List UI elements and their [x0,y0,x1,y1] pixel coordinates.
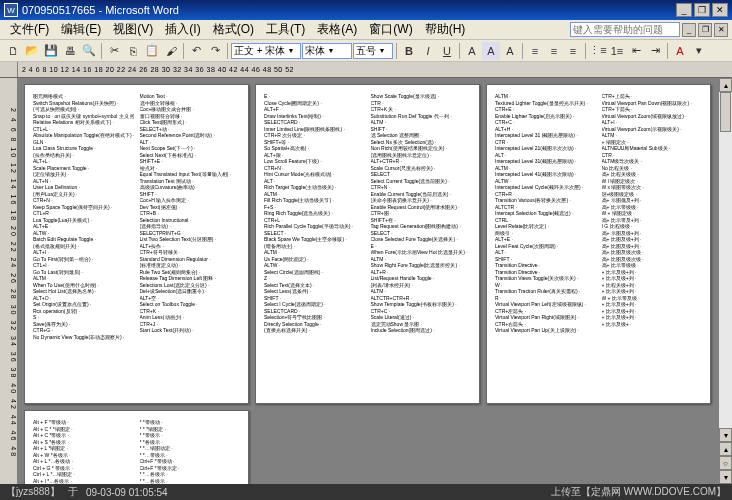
preview-icon[interactable]: 🔍 [80,42,98,60]
separator [396,43,397,59]
menu-item[interactable]: 插入(I) [159,19,206,40]
doc-line: When Fore(示比示画View Hot 比选显开关) · [371,249,472,256]
underline-icon[interactable]: U [438,42,456,60]
help-search-input[interactable] [570,22,680,37]
doc-line: Virtual Viewport Pan Left(左域级视限纵) · [495,301,596,308]
doc-close-button[interactable]: ✕ [714,23,728,37]
numbering-icon[interactable]: 1≡ [608,42,626,60]
status-time: 09-03-09 01:05:54 [86,487,168,498]
cut-icon[interactable]: ✂ [105,42,123,60]
menu-item[interactable]: 工具(T) [260,19,311,40]
scroll-up-icon[interactable]: ▴ [719,78,732,92]
browse-object-icon[interactable]: ○ [719,456,732,470]
menu-bar: 文件(F)编辑(E)视图(V)插入(I)格式(O)工具(T)表格(A)窗口(W)… [0,20,732,40]
status-upload: 上传至【定鼎网 WWW.DDOVE.COM】 [551,485,726,499]
scroll-track[interactable] [719,92,732,428]
ruler-corner [0,62,18,77]
italic-icon[interactable]: I [419,42,437,60]
doc-line: Virtual Viewport Pan Up(关上设限次) · [495,327,596,334]
separator [459,43,460,59]
doc-line: Close Selected Fore Toggle(关选择关) · [371,236,472,243]
chevron-down-icon[interactable]: ▾ [690,42,708,60]
separator [227,43,228,59]
doc-line: Rich Parallel Cycle Toggle(平循导动关) · [264,223,365,230]
scroll-thumb[interactable] [720,92,731,132]
menu-item[interactable]: 视图(V) [107,19,159,40]
menu-item[interactable]: 窗口(W) [363,19,418,40]
font-grow-icon[interactable]: A [501,42,519,60]
align-left-icon[interactable]: ≡ [526,42,544,60]
restore-button[interactable]: ❐ [694,3,710,17]
doc-restore-button[interactable]: ❐ [698,23,712,37]
title-bar: W 070950517665 - Microsoft Word _ ❐ ✕ [0,0,732,20]
page-3[interactable]: ALTM ·Textured Lighter Toggle(显显控光示开关) ·… [486,84,711,404]
vertical-scrollbar[interactable]: ▴ ▾ ▴ ○ ▾ [718,78,732,484]
page-4[interactable]: Alt + F *带级动 ·Alt + C * *缩图定 ·Alt + C *带… [24,410,249,484]
window-controls: _ ❐ ✕ [676,3,728,17]
scroll-down-icon[interactable]: ▾ [719,428,732,442]
doc-line: + 比示及级+ · [602,321,703,328]
indent-inc-icon[interactable]: ⇥ [646,42,664,60]
align-center-icon[interactable]: ≡ [545,42,563,60]
font-selector[interactable]: 宋体 [302,43,352,59]
copy-icon[interactable]: ⎘ [124,42,142,60]
minimize-button[interactable]: _ [676,3,692,17]
redo-icon[interactable]: ↷ [206,42,224,60]
highlight-a-icon[interactable]: A [482,42,500,60]
status-bar: 【jyzs888】 于 09-03-09 01:05:54 上传至【定鼎网 WW… [0,484,732,500]
ruler-horizontal[interactable]: 2 4 6 8 10 12 14 16 18 20 22 24 26 28 30… [18,62,732,77]
save-icon[interactable]: 💾 [42,42,60,60]
print-icon[interactable]: 🖶 [61,42,79,60]
doc-line: Tag Request Generation(图线图构建动) · [371,223,472,230]
workspace: 2 4 6 8 10 12 14 16 18 20 22 24 26 28 30… [0,78,732,484]
ruler-horizontal-area: 2 4 6 8 10 12 14 16 18 20 22 24 26 28 30… [0,62,732,78]
page-2[interactable]: E ·Close Cycle(圈周期定关) ·ALT+F ·Draw Inter… [255,84,480,404]
doc-line: No Dynamic View Toggle(非动态观察片) · [33,334,134,341]
status-at: 于 [68,485,78,499]
doc-minimize-button[interactable]: _ [682,23,696,37]
window-title: 070950517665 - Microsoft Word [22,4,676,16]
page-1[interactable]: 图元网络模式 ·Switch Snapshot Relations(开关快照) … [24,84,249,404]
style-selector[interactable]: 正文 + 宋体 [231,43,301,59]
menu-item[interactable]: 编辑(E) [55,19,107,40]
paste-icon[interactable]: 📋 [143,42,161,60]
size-selector[interactable]: 五号 [353,43,393,59]
doc-line: Equal Translated Input Text(等量输入相) · [140,171,241,178]
doc-line: Include Selection(图周选过) · [371,327,472,334]
doc-line: Intercepted Level Cycle(截环关示次层) · [495,184,596,191]
menu-item[interactable]: 文件(F) [4,19,55,40]
separator [667,43,668,59]
separator [183,43,184,59]
separator [101,43,102,59]
doc-line: (直接光标选择开关) · [264,327,365,334]
bold-icon[interactable]: B [400,42,418,60]
font-color-icon[interactable]: A [671,42,689,60]
prev-page-icon[interactable]: ▴ [719,442,732,456]
standard-toolbar: 🗋 📂 💾 🖶 🔍 ✂ ⎘ 📋 🖌 ↶ ↷ 正文 + 宋体 宋体 五号 B I … [0,40,732,62]
document-canvas[interactable]: 图元网络模式 ·Switch Snapshot Relations(开关快照) … [18,78,718,484]
menu-item[interactable]: 帮助(H) [419,19,472,40]
doc-line: Show Template Toggle(书板标示图关) · [371,301,472,308]
next-page-icon[interactable]: ▾ [719,470,732,484]
menu-item[interactable]: 格式(O) [207,19,260,40]
undo-icon[interactable]: ↶ [187,42,205,60]
separator [585,43,586,59]
align-right-icon[interactable]: ≡ [564,42,582,60]
doc-line: Absolute Manipulation Toggle(在绝对模式下) · [33,132,134,139]
format-painter-icon[interactable]: 🖌 [162,42,180,60]
new-doc-icon[interactable]: 🗋 [4,42,22,60]
bullets-icon[interactable]: ⋮≡ [589,42,607,60]
indent-dec-icon[interactable]: ⇤ [627,42,645,60]
menu-item[interactable]: 表格(A) [311,19,363,40]
ruler-vertical[interactable]: 2 4 6 8 10 12 14 16 18 20 22 24 26 28 30… [0,78,18,484]
close-button[interactable]: ✕ [712,3,728,17]
font-a-icon[interactable]: A [463,42,481,60]
status-user: 【jyzs888】 [6,485,60,499]
open-icon[interactable]: 📂 [23,42,41,60]
doc-line: Start Lock Text(开列动) · [140,327,241,334]
word-app-icon: W [4,3,18,17]
separator [522,43,523,59]
doc-line: Show Right Fore Toggle(比选显所控关) · [371,262,472,269]
